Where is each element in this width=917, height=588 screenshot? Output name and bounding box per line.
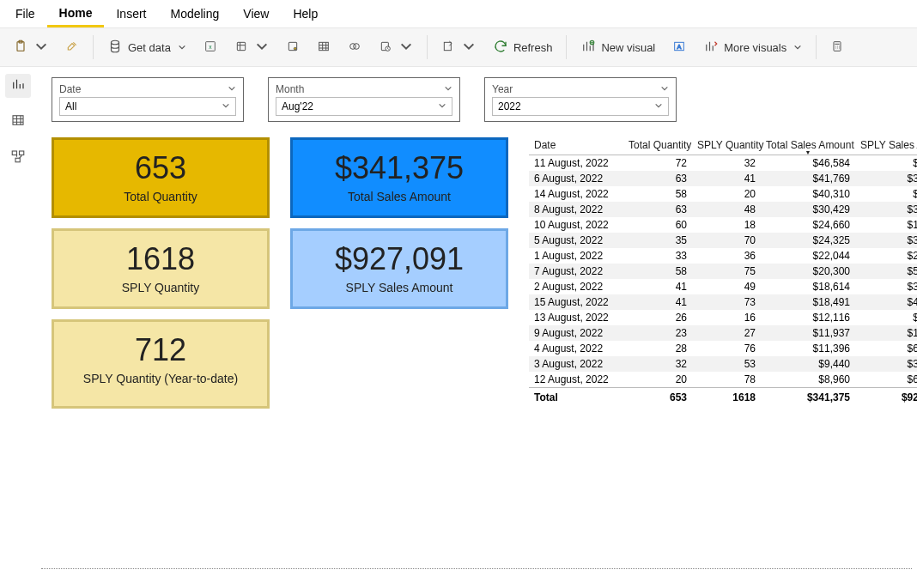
svg-rect-8 xyxy=(319,42,329,50)
table-row[interactable]: 9 August, 20222327$11,937$13,986 xyxy=(529,325,917,341)
card-label: SPLY Quantity (Year-to-date) xyxy=(61,372,260,385)
column-header[interactable]: Total Sales Amount xyxy=(761,137,855,155)
report-view-button[interactable] xyxy=(5,74,31,98)
table-cell: 1 August, 2022 xyxy=(529,248,623,264)
table-cell: 23 xyxy=(623,325,692,341)
more-visuals-button[interactable]: More visuals xyxy=(696,35,809,60)
table-total-cell: 1618 xyxy=(692,388,761,406)
card-label: Total Quantity xyxy=(61,190,260,203)
table-row[interactable]: 11 August, 20227232$46,584$8,480 xyxy=(529,155,917,172)
data-hub-button[interactable] xyxy=(228,36,276,59)
chevron-down-icon xyxy=(444,83,452,95)
server-icon xyxy=(286,39,300,56)
menu-item-insert[interactable]: Insert xyxy=(104,2,158,26)
table-icon xyxy=(317,39,331,56)
more-visuals-label: More visuals xyxy=(724,41,786,54)
card-label: SPLY Sales Amount xyxy=(300,281,499,294)
slicer-month-value: Aug'22 xyxy=(282,100,313,112)
card-value: 1618 xyxy=(61,241,260,277)
table-row[interactable]: 10 August, 20226018$24,660$11,430 xyxy=(529,217,917,233)
table-cell: 3 August, 2022 xyxy=(529,356,623,372)
table-row[interactable]: 15 August, 20224173$18,491$49,348 xyxy=(529,294,917,310)
svg-rect-13 xyxy=(444,42,451,50)
table-cell: 63 xyxy=(623,171,692,186)
card-total-quantity[interactable]: 653 Total Quantity xyxy=(52,137,270,218)
refresh-button[interactable]: Refresh xyxy=(486,35,560,60)
svg-rect-18 xyxy=(13,116,23,125)
table-row[interactable]: 3 August, 20223253$9,440$31,217 xyxy=(529,356,917,372)
enter-data-button[interactable] xyxy=(310,36,337,59)
table-row[interactable]: 14 August, 20225820$40,310$6,460 xyxy=(529,186,917,202)
column-header[interactable]: Date xyxy=(529,137,623,155)
column-header[interactable]: SPLY Sales Amount xyxy=(855,137,917,155)
chevron-down-icon xyxy=(660,83,669,95)
transform-data-button[interactable] xyxy=(434,36,483,59)
dataverse-button[interactable] xyxy=(341,36,368,59)
text-box-button[interactable]: A xyxy=(665,36,693,59)
slicer-year-value: 2022 xyxy=(498,100,521,112)
table-row[interactable]: 4 August, 20222876$11,396$64,068 xyxy=(529,341,917,356)
data-view-icon xyxy=(10,112,26,131)
chevron-down-icon xyxy=(34,39,48,56)
table-cell: 73 xyxy=(692,294,761,310)
menu-item-home[interactable]: Home xyxy=(47,1,105,27)
table-row[interactable]: 13 August, 20222616$12,116$9,728 xyxy=(529,310,917,325)
table-cell: 41 xyxy=(623,279,692,294)
slicer-year[interactable]: Year 2022 xyxy=(484,77,677,122)
table-row[interactable]: 5 August, 20223570$24,325$38,430 xyxy=(529,233,917,248)
svg-rect-19 xyxy=(12,151,16,155)
table-row[interactable]: 8 August, 20226348$30,429$36,960 xyxy=(529,202,917,217)
recent-sources-button[interactable] xyxy=(372,36,420,59)
refresh-icon xyxy=(493,39,508,57)
menu-item-view[interactable]: View xyxy=(231,2,281,26)
table-row[interactable]: 12 August, 20222078$8,960$62,478 xyxy=(529,372,917,388)
table-cell: 75 xyxy=(692,264,761,279)
table-cell: 63 xyxy=(623,202,692,217)
table-cell: 20 xyxy=(692,186,761,202)
excel-source-button[interactable]: x xyxy=(197,36,224,59)
card-total-sales[interactable]: $341,375 Total Sales Amount xyxy=(290,137,508,218)
table-row[interactable]: 1 August, 20223336$22,044$25,560 xyxy=(529,248,917,264)
paste-button[interactable] xyxy=(7,36,55,59)
card-sply-quantity-ytd[interactable]: 712 SPLY Quantity (Year-to-date) xyxy=(52,319,270,409)
table-cell: 5 August, 2022 xyxy=(529,233,623,248)
new-visual-button[interactable]: New visual xyxy=(574,35,662,60)
get-data-button[interactable]: Get data xyxy=(100,35,193,60)
card-sply-quantity[interactable]: 1618 SPLY Quantity xyxy=(52,228,270,309)
model-view-button[interactable] xyxy=(5,146,31,170)
sql-server-button[interactable] xyxy=(279,36,307,59)
table-cell: $36,960 xyxy=(855,202,917,217)
menu-item-file[interactable]: File xyxy=(3,2,47,26)
table-cell: 28 xyxy=(623,341,692,356)
slicer-month[interactable]: Month Aug'22 xyxy=(268,77,460,122)
table-cell: 41 xyxy=(623,294,692,310)
menu-item-modeling[interactable]: Modeling xyxy=(158,2,231,26)
slicer-date[interactable]: Date All xyxy=(52,77,244,122)
menu-item-help[interactable]: Help xyxy=(281,2,330,26)
table-cell: $31,217 xyxy=(855,356,917,372)
table-cell: $30,463 xyxy=(855,171,917,186)
brush-icon xyxy=(65,39,79,56)
table-cell: 49 xyxy=(692,279,761,294)
table-cell: $11,937 xyxy=(761,325,855,341)
text-box-icon: A xyxy=(672,39,686,56)
table-cell: $8,960 xyxy=(761,372,855,388)
column-header[interactable]: Total Quantity xyxy=(623,137,692,155)
table-cell: 11 August, 2022 xyxy=(529,155,623,172)
sales-table-visual[interactable]: DateTotal QuantitySPLY QuantityTotal Sal… xyxy=(529,137,917,409)
table-row[interactable]: 7 August, 20225875$20,300$58,200 xyxy=(529,264,917,279)
format-painter-button[interactable] xyxy=(58,36,86,59)
table-cell: 48 xyxy=(692,202,761,217)
table-cell: $12,116 xyxy=(761,310,855,325)
data-view-button[interactable] xyxy=(5,110,31,134)
new-measure-button[interactable] xyxy=(823,36,851,59)
card-sply-sales[interactable]: $927,091 SPLY Sales Amount xyxy=(290,228,508,309)
column-header[interactable]: SPLY Quantity xyxy=(692,137,761,155)
excel-icon: x xyxy=(203,39,217,56)
table-row[interactable]: 6 August, 20226341$41,769$30,463 xyxy=(529,171,917,186)
table-cell: 4 August, 2022 xyxy=(529,341,623,356)
card-value: $927,091 xyxy=(300,241,499,277)
table-total-cell: 653 xyxy=(623,388,692,406)
table-row[interactable]: 2 August, 20224149$18,614$35,133 xyxy=(529,279,917,294)
card-label: SPLY Quantity xyxy=(61,281,260,294)
